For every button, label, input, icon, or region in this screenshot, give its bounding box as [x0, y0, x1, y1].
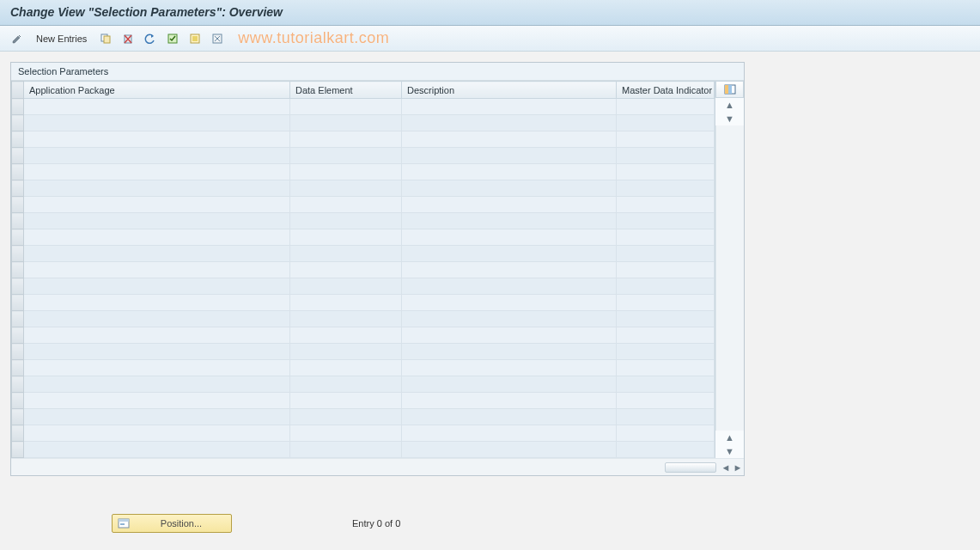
cell[interactable] [402, 229, 617, 246]
cell[interactable] [617, 213, 715, 229]
cell[interactable] [24, 262, 290, 278]
cell[interactable] [290, 197, 402, 213]
cell[interactable] [24, 213, 290, 229]
cell[interactable] [402, 442, 617, 458]
row-selector[interactable] [12, 99, 24, 115]
cell[interactable] [290, 425, 402, 442]
horizontal-scroll-thumb[interactable] [665, 462, 716, 473]
scroll-track[interactable] [715, 125, 744, 431]
cell[interactable] [290, 311, 402, 327]
table-row[interactable] [12, 180, 715, 197]
cell[interactable] [402, 393, 617, 409]
cell[interactable] [24, 229, 290, 246]
cell[interactable] [402, 376, 617, 393]
cell[interactable] [402, 278, 617, 295]
cell[interactable] [617, 148, 715, 164]
cell[interactable] [290, 229, 402, 246]
cell[interactable] [290, 180, 402, 197]
cell[interactable] [24, 131, 290, 148]
table-row[interactable] [12, 442, 715, 458]
cell[interactable] [617, 229, 715, 246]
cell[interactable] [24, 393, 290, 409]
cell[interactable] [402, 131, 617, 148]
cell[interactable] [290, 278, 402, 295]
cell[interactable] [617, 131, 715, 148]
cell[interactable] [24, 278, 290, 295]
cell[interactable] [290, 442, 402, 458]
row-selector[interactable] [12, 131, 24, 148]
row-selector[interactable] [12, 344, 24, 360]
horizontal-scrollbar[interactable]: ◄ ► [11, 458, 744, 475]
cell[interactable] [402, 246, 617, 262]
row-selector[interactable] [12, 229, 24, 246]
cell[interactable] [290, 164, 402, 180]
cell[interactable] [617, 197, 715, 213]
cell[interactable] [402, 213, 617, 229]
table-row[interactable] [12, 148, 715, 164]
scroll-right-button[interactable]: ► [732, 461, 744, 474]
row-selector[interactable] [12, 164, 24, 180]
table-row[interactable] [12, 213, 715, 229]
table-row[interactable] [12, 197, 715, 213]
cell[interactable] [24, 344, 290, 360]
cell[interactable] [24, 327, 290, 344]
table-row[interactable] [12, 360, 715, 376]
cell[interactable] [617, 180, 715, 197]
vertical-scrollbar[interactable]: ▲ ▼ ▲ ▼ [715, 81, 744, 458]
cell[interactable] [402, 425, 617, 442]
cell[interactable] [24, 246, 290, 262]
cell[interactable] [290, 393, 402, 409]
delete-button[interactable] [119, 30, 137, 47]
cell[interactable] [24, 442, 290, 458]
cell[interactable] [617, 425, 715, 442]
cell[interactable] [24, 311, 290, 327]
cell[interactable] [617, 393, 715, 409]
table-row[interactable] [12, 425, 715, 442]
select-all-button[interactable] [164, 30, 181, 47]
cell[interactable] [24, 148, 290, 164]
row-selector[interactable] [12, 213, 24, 229]
row-selector[interactable] [12, 115, 24, 131]
cell[interactable] [402, 197, 617, 213]
row-selector-header[interactable] [12, 82, 24, 99]
cell[interactable] [617, 360, 715, 376]
table-row[interactable] [12, 376, 715, 393]
cell[interactable] [402, 327, 617, 344]
cell[interactable] [290, 327, 402, 344]
scroll-up-button[interactable]: ▲ [715, 98, 744, 112]
table-row[interactable] [12, 327, 715, 344]
cell[interactable] [402, 409, 617, 425]
cell[interactable] [290, 213, 402, 229]
cell[interactable] [24, 409, 290, 425]
column-description[interactable]: Description [402, 82, 617, 99]
cell[interactable] [617, 278, 715, 295]
cell[interactable] [290, 344, 402, 360]
table-row[interactable] [12, 295, 715, 311]
cell[interactable] [402, 148, 617, 164]
scroll-up-end-button[interactable]: ▲ [715, 431, 744, 444]
cell[interactable] [290, 115, 402, 131]
cell[interactable] [290, 295, 402, 311]
undo-button[interactable] [142, 30, 159, 47]
table-row[interactable] [12, 131, 715, 148]
row-selector[interactable] [12, 409, 24, 425]
table-row[interactable] [12, 344, 715, 360]
row-selector[interactable] [12, 393, 24, 409]
column-data-element[interactable]: Data Element [290, 82, 402, 99]
cell[interactable] [402, 311, 617, 327]
deselect-all-button[interactable] [209, 30, 226, 47]
scroll-down-end-button[interactable]: ▼ [715, 444, 744, 458]
cell[interactable] [24, 180, 290, 197]
cell[interactable] [24, 115, 290, 131]
row-selector[interactable] [12, 262, 24, 278]
cell[interactable] [617, 311, 715, 327]
table-row[interactable] [12, 229, 715, 246]
cell[interactable] [290, 262, 402, 278]
column-master-data-indicator[interactable]: Master Data Indicator [617, 82, 715, 99]
cell[interactable] [402, 295, 617, 311]
row-selector[interactable] [12, 246, 24, 262]
scroll-left-button[interactable]: ◄ [720, 461, 732, 474]
cell[interactable] [290, 376, 402, 393]
row-selector[interactable] [12, 327, 24, 344]
column-application-package[interactable]: Application Package [24, 82, 290, 99]
